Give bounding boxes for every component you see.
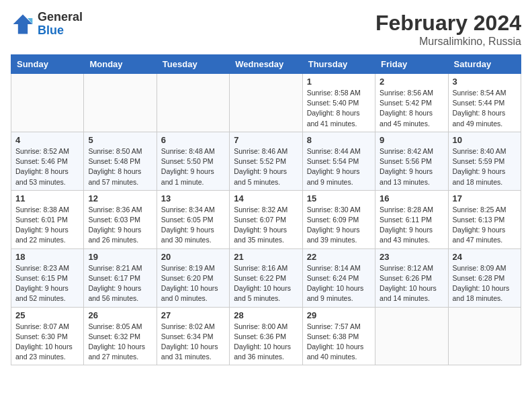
logo-blue: Blue: [38, 24, 83, 38]
day-cell: 7Sunrise: 8:46 AM Sunset: 5:52 PM Daylig…: [230, 132, 302, 190]
day-cell: 8Sunrise: 8:44 AM Sunset: 5:54 PM Daylig…: [302, 132, 375, 190]
week-row-3: 11Sunrise: 8:38 AM Sunset: 6:01 PM Dayli…: [11, 190, 521, 248]
day-number: 20: [161, 252, 225, 262]
day-info: Sunrise: 8:34 AM Sunset: 6:05 PM Dayligh…: [161, 205, 225, 246]
day-cell: [448, 307, 521, 365]
day-info: Sunrise: 8:28 AM Sunset: 6:11 PM Dayligh…: [380, 205, 443, 246]
day-cell: [157, 74, 229, 132]
day-info: Sunrise: 8:07 AM Sunset: 6:30 PM Dayligh…: [15, 322, 79, 363]
day-cell: [84, 74, 157, 132]
logo-general: General: [38, 11, 83, 24]
day-cell: 20Sunrise: 8:19 AM Sunset: 6:20 PM Dayli…: [157, 248, 229, 307]
week-row-1: 1Sunrise: 8:58 AM Sunset: 5:40 PM Daylig…: [11, 74, 521, 132]
day-number: 7: [234, 135, 298, 145]
day-info: Sunrise: 8:54 AM Sunset: 5:44 PM Dayligh…: [453, 88, 517, 129]
day-info: Sunrise: 8:21 AM Sunset: 6:17 PM Dayligh…: [88, 263, 152, 304]
day-number: 29: [307, 310, 371, 320]
day-info: Sunrise: 8:00 AM Sunset: 6:36 PM Dayligh…: [234, 322, 298, 363]
day-info: Sunrise: 8:46 AM Sunset: 5:52 PM Dayligh…: [234, 146, 298, 187]
day-info: Sunrise: 8:02 AM Sunset: 6:34 PM Dayligh…: [161, 322, 225, 363]
day-number: 6: [161, 135, 225, 145]
calendar-header: SundayMondayTuesdayWednesdayThursdayFrid…: [11, 55, 521, 74]
day-number: 24: [453, 252, 517, 262]
week-row-5: 25Sunrise: 8:07 AM Sunset: 6:30 PM Dayli…: [11, 307, 521, 365]
day-number: 15: [307, 193, 371, 203]
day-cell: [230, 74, 302, 132]
day-info: Sunrise: 8:40 AM Sunset: 5:59 PM Dayligh…: [453, 146, 517, 187]
day-cell: 6Sunrise: 8:48 AM Sunset: 5:50 PM Daylig…: [157, 132, 229, 190]
day-cell: 4Sunrise: 8:52 AM Sunset: 5:46 PM Daylig…: [11, 132, 84, 190]
day-cell: 15Sunrise: 8:30 AM Sunset: 6:09 PM Dayli…: [302, 190, 375, 248]
header-cell-wednesday: Wednesday: [230, 55, 302, 74]
calendar-body: 1Sunrise: 8:58 AM Sunset: 5:40 PM Daylig…: [11, 74, 521, 365]
day-info: Sunrise: 8:14 AM Sunset: 6:24 PM Dayligh…: [307, 263, 371, 304]
day-cell: 26Sunrise: 8:05 AM Sunset: 6:32 PM Dayli…: [84, 307, 157, 365]
day-number: 23: [380, 252, 443, 262]
day-cell: 10Sunrise: 8:40 AM Sunset: 5:59 PM Dayli…: [448, 132, 521, 190]
day-cell: 24Sunrise: 8:09 AM Sunset: 6:28 PM Dayli…: [448, 248, 521, 307]
day-number: 3: [453, 77, 517, 87]
day-cell: 14Sunrise: 8:32 AM Sunset: 6:07 PM Dayli…: [230, 190, 302, 248]
day-number: 21: [234, 252, 298, 262]
day-number: 9: [380, 135, 443, 145]
day-info: Sunrise: 8:05 AM Sunset: 6:32 PM Dayligh…: [88, 322, 152, 363]
day-number: 26: [88, 310, 152, 320]
calendar-table: SundayMondayTuesdayWednesdayThursdayFrid…: [11, 54, 521, 365]
day-number: 5: [88, 135, 152, 145]
day-cell: 27Sunrise: 8:02 AM Sunset: 6:34 PM Dayli…: [157, 307, 229, 365]
day-info: Sunrise: 8:12 AM Sunset: 6:26 PM Dayligh…: [380, 263, 443, 304]
day-info: Sunrise: 8:23 AM Sunset: 6:15 PM Dayligh…: [15, 263, 79, 304]
day-info: Sunrise: 8:25 AM Sunset: 6:13 PM Dayligh…: [453, 205, 517, 246]
day-cell: 22Sunrise: 8:14 AM Sunset: 6:24 PM Dayli…: [302, 248, 375, 307]
day-number: 2: [380, 77, 443, 87]
day-info: Sunrise: 8:58 AM Sunset: 5:40 PM Dayligh…: [307, 88, 371, 129]
day-cell: [375, 307, 448, 365]
header-cell-tuesday: Tuesday: [157, 55, 229, 74]
day-cell: 19Sunrise: 8:21 AM Sunset: 6:17 PM Dayli…: [84, 248, 157, 307]
week-row-4: 18Sunrise: 8:23 AM Sunset: 6:15 PM Dayli…: [11, 248, 521, 307]
day-number: 19: [88, 252, 152, 262]
header-cell-friday: Friday: [375, 55, 448, 74]
day-cell: 9Sunrise: 8:42 AM Sunset: 5:56 PM Daylig…: [375, 132, 448, 190]
day-cell: 23Sunrise: 8:12 AM Sunset: 6:26 PM Dayli…: [375, 248, 448, 307]
day-number: 22: [307, 252, 371, 262]
week-row-2: 4Sunrise: 8:52 AM Sunset: 5:46 PM Daylig…: [11, 132, 521, 190]
day-number: 10: [453, 135, 517, 145]
day-info: Sunrise: 8:32 AM Sunset: 6:07 PM Dayligh…: [234, 205, 298, 246]
day-cell: 16Sunrise: 8:28 AM Sunset: 6:11 PM Dayli…: [375, 190, 448, 248]
day-info: Sunrise: 8:48 AM Sunset: 5:50 PM Dayligh…: [161, 146, 225, 187]
day-cell: 5Sunrise: 8:50 AM Sunset: 5:48 PM Daylig…: [84, 132, 157, 190]
day-info: Sunrise: 8:19 AM Sunset: 6:20 PM Dayligh…: [161, 263, 225, 304]
day-info: Sunrise: 8:38 AM Sunset: 6:01 PM Dayligh…: [15, 205, 79, 246]
day-info: Sunrise: 8:42 AM Sunset: 5:56 PM Dayligh…: [380, 146, 443, 187]
logo: General Blue: [11, 11, 83, 38]
day-info: Sunrise: 8:30 AM Sunset: 6:09 PM Dayligh…: [307, 205, 371, 246]
day-cell: 13Sunrise: 8:34 AM Sunset: 6:05 PM Dayli…: [157, 190, 229, 248]
title-block: February 2024 Mursalimkino, Russia: [375, 11, 521, 48]
day-number: 11: [15, 193, 79, 203]
day-number: 27: [161, 310, 225, 320]
logo-text: General Blue: [38, 11, 83, 38]
day-number: 13: [161, 193, 225, 203]
day-cell: 11Sunrise: 8:38 AM Sunset: 6:01 PM Dayli…: [11, 190, 84, 248]
day-info: Sunrise: 7:57 AM Sunset: 6:38 PM Dayligh…: [307, 322, 371, 363]
day-number: 25: [15, 310, 79, 320]
svg-marker-0: [13, 14, 33, 34]
day-info: Sunrise: 8:09 AM Sunset: 6:28 PM Dayligh…: [453, 263, 517, 304]
day-info: Sunrise: 8:50 AM Sunset: 5:48 PM Dayligh…: [88, 146, 152, 187]
day-number: 18: [15, 252, 79, 262]
day-number: 1: [307, 77, 371, 87]
day-cell: 3Sunrise: 8:54 AM Sunset: 5:44 PM Daylig…: [448, 74, 521, 132]
day-cell: [11, 74, 84, 132]
header-cell-monday: Monday: [84, 55, 157, 74]
day-info: Sunrise: 8:36 AM Sunset: 6:03 PM Dayligh…: [88, 205, 152, 246]
day-number: 17: [453, 193, 517, 203]
day-number: 8: [307, 135, 371, 145]
day-cell: 1Sunrise: 8:58 AM Sunset: 5:40 PM Daylig…: [302, 74, 375, 132]
logo-icon: [11, 12, 35, 36]
day-cell: 25Sunrise: 8:07 AM Sunset: 6:30 PM Dayli…: [11, 307, 84, 365]
day-number: 28: [234, 310, 298, 320]
page-subtitle: Mursalimkino, Russia: [375, 36, 521, 48]
day-info: Sunrise: 8:56 AM Sunset: 5:42 PM Dayligh…: [380, 88, 443, 129]
day-cell: 17Sunrise: 8:25 AM Sunset: 6:13 PM Dayli…: [448, 190, 521, 248]
